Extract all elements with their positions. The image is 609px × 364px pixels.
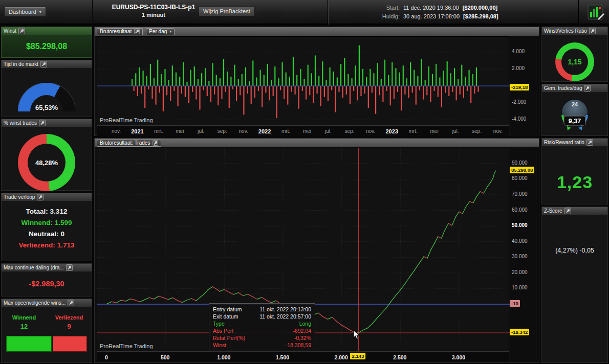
tijd-panel-title: Tijd in de markt: [4, 61, 38, 67]
wrench-icon[interactable]: [39, 120, 46, 126]
tooltip-row: TypeLong: [213, 320, 311, 327]
daily-result-plot[interactable]: [97, 36, 509, 125]
y-axis-label: 80.000: [512, 175, 528, 181]
x-axis-label: 2.500: [393, 354, 406, 360]
pct-winst-panel-title: % winst trades: [4, 120, 37, 126]
tooltip-row: Winst-18.308,59: [213, 342, 311, 349]
chevron-down-icon: ▾: [39, 10, 41, 14]
gem-trades-title: Gem. trades/dag: [544, 85, 582, 91]
prorealtime-logo-icon[interactable]: [588, 4, 605, 21]
totaal-row: Totaal: 3.312: [2, 206, 92, 217]
wrench-icon[interactable]: [37, 194, 44, 200]
daily-pnl-bars-canvas[interactable]: [97, 37, 510, 126]
bottom-chart-x-axis: 05001.0001.5002.0002.5003.000: [97, 351, 509, 362]
x-axis-label: 2022: [258, 128, 271, 134]
chevron-down-icon: ▾: [169, 29, 171, 34]
risk-reward-panel: Risk/Reward ratio 1,23: [541, 138, 608, 204]
y-axis-label: 90.000: [512, 160, 528, 166]
wv-ratio-donut: 1,15: [555, 42, 594, 81]
wrench-icon[interactable]: [66, 264, 73, 271]
x-axis-label: mei: [430, 128, 439, 134]
risk-reward-title: Risk/Reward ratio: [544, 140, 584, 145]
x-axis-label: 2.000: [334, 354, 347, 360]
wrench-icon[interactable]: [153, 140, 158, 146]
tijd-in-de-markt-panel: Tijd in de markt 65,53%: [1, 60, 92, 117]
x-axis-label: jul.: [325, 128, 332, 134]
crosshair-y-badge: -18.342: [510, 329, 529, 335]
y-axis-label: -2.000: [512, 99, 526, 105]
time-in-market-value: 65,53%: [18, 104, 75, 111]
verliezend-row: Verliezend: 1.713: [2, 240, 92, 251]
last-equity-badge: 85.298,08: [510, 167, 534, 173]
trade-verloop-header: Trade verloop: [2, 193, 92, 201]
bottom-chart-header: Brutoresultaat: Trades: [95, 139, 539, 148]
brutoresultaat-selector-label: Brutoresultaat: [100, 29, 132, 34]
current-label: Huidig:: [376, 12, 400, 21]
trade-verloop-rows: Totaal: 3.312 Winnend: 1.599 Neutraal: 0…: [2, 206, 92, 251]
crosshair-x-badge: 2.143: [351, 353, 366, 359]
backtest-name: EURUSD-PS-11C03-IB-LS-p1: [100, 4, 207, 11]
trade-verloop-title: Trade verloop: [4, 194, 35, 200]
top-chart-header: Brutoresultaat Per dag ▾: [95, 27, 539, 36]
time-in-market-gauge: 65,53%: [18, 83, 75, 111]
wrench-icon[interactable]: [40, 61, 47, 67]
x-axis-label: jul.: [452, 128, 459, 134]
max-opeenvolgend-title: Max opeenvolgende wins...: [4, 300, 66, 306]
y-axis-label: -4.000: [512, 116, 526, 122]
sequence-columns: Winnend 12 Verliezend 9: [2, 314, 92, 330]
winnend-label: Winnend: [2, 314, 47, 321]
tooltip-row: Exit datum11 okt. 2022 20:57:00: [213, 313, 311, 320]
wv-ratio-header: Winst/Verlies Ratio: [542, 27, 607, 35]
wv-ratio-value: 1,15: [555, 42, 594, 81]
brutoresultaat-selector[interactable]: Brutoresultaat: [97, 28, 143, 35]
tooltip-row: Entry datum11 okt. 2022 20:13:00: [213, 306, 311, 313]
topbar-separator: [578, 0, 579, 25]
trades-per-day-icon: 24 9,37: [556, 96, 594, 133]
winst-panel: Winst $85.298,08: [1, 27, 92, 58]
z-score-header: Z-Score: [542, 207, 607, 215]
x-axis-label: 1.000: [217, 354, 230, 360]
svg-text:24: 24: [572, 101, 578, 107]
session-start-row: Start: 11 dec. 2020 19:36:00 [$200.000,0…: [376, 4, 498, 12]
x-axis-label: 0: [105, 354, 108, 360]
y-axis-label: 40.000: [512, 238, 528, 244]
neutraal-row: Neutraal: 0: [2, 229, 92, 240]
current-amount: [$285.298,08]: [463, 12, 498, 21]
topbar: Dashboard ▾ EURUSD-PS-11C03-IB-LS-p1 1 m…: [0, 0, 609, 25]
baseline-badge: -10: [510, 300, 520, 307]
wrench-icon[interactable]: [18, 28, 25, 34]
wrench-icon[interactable]: [134, 29, 140, 34]
y-axis-label: 70.000: [512, 191, 528, 197]
backtest-timeframe: 1 minuut: [100, 12, 207, 18]
max-daling-header: Max continue daling (dra...: [2, 264, 92, 272]
tijd-panel-header: Tijd in de markt: [2, 60, 92, 69]
wrench-icon[interactable]: [68, 300, 74, 306]
watermark: ProRealTime Trading: [100, 343, 153, 349]
brutoresultaat-trades-selector[interactable]: Brutoresultaat: Trades: [97, 140, 161, 147]
x-axis-label: nov.: [493, 128, 503, 134]
wrench-icon[interactable]: [584, 85, 591, 92]
win-trades-donut: 48,28%: [18, 134, 75, 191]
max-daling-panel: Max continue daling (dra... -$2.989,30: [1, 263, 92, 297]
x-axis-label: nov.: [366, 128, 375, 134]
x-axis-label: mrt.: [154, 128, 163, 134]
winnend-row: Winnend: 1.599: [2, 217, 92, 229]
current-daily-value-badge: -219,18: [510, 84, 529, 90]
wrench-icon[interactable]: [589, 28, 596, 34]
period-selector[interactable]: Per dag ▾: [146, 28, 175, 35]
topbar-separator: [328, 0, 328, 25]
risk-reward-value: 1,23: [542, 172, 607, 192]
pct-winst-panel-header: % winst trades: [2, 119, 92, 127]
x-axis-label: sep.: [472, 128, 482, 134]
verliezend-bar: [53, 336, 87, 352]
wrench-icon[interactable]: [586, 139, 593, 146]
wijzig-probacktest-button[interactable]: Wijzig ProBacktest: [199, 6, 255, 16]
winst-value: $85.298,08: [2, 42, 92, 51]
svg-text:9,37: 9,37: [569, 118, 581, 125]
y-axis-label: 50.000: [512, 222, 528, 228]
wrench-icon[interactable]: [564, 208, 571, 214]
winst-verlies-ratio-panel: Winst/Verlies Ratio 1,15: [541, 27, 608, 82]
top-chart-x-axis: nov.2021mrt.meijul.sep.nov.2022mrt.meiju…: [97, 125, 509, 136]
dashboard-menu-button[interactable]: Dashboard ▾: [4, 7, 46, 17]
winnend-count: 12: [2, 323, 47, 330]
